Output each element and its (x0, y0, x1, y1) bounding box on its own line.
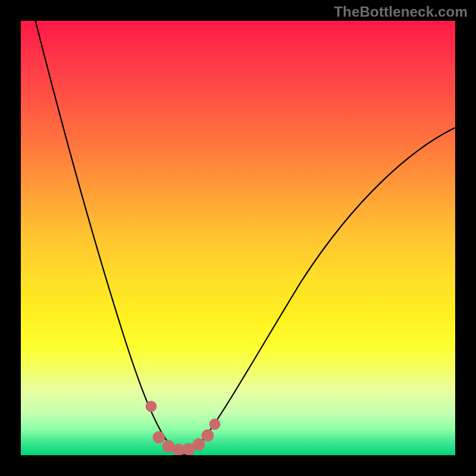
marker-dot (202, 430, 214, 441)
curve-left (34, 21, 183, 455)
marker-dot (153, 431, 165, 443)
watermark-label: TheBottleneck.com (334, 4, 468, 20)
bottleneck-curve (21, 21, 455, 455)
curve-right (183, 125, 455, 455)
plot-area (21, 21, 455, 455)
chart-frame: TheBottleneck.com (0, 0, 476, 476)
marker-dot (193, 439, 205, 450)
marker-series (146, 401, 220, 455)
marker-dot (146, 401, 156, 412)
marker-dot (209, 419, 220, 430)
